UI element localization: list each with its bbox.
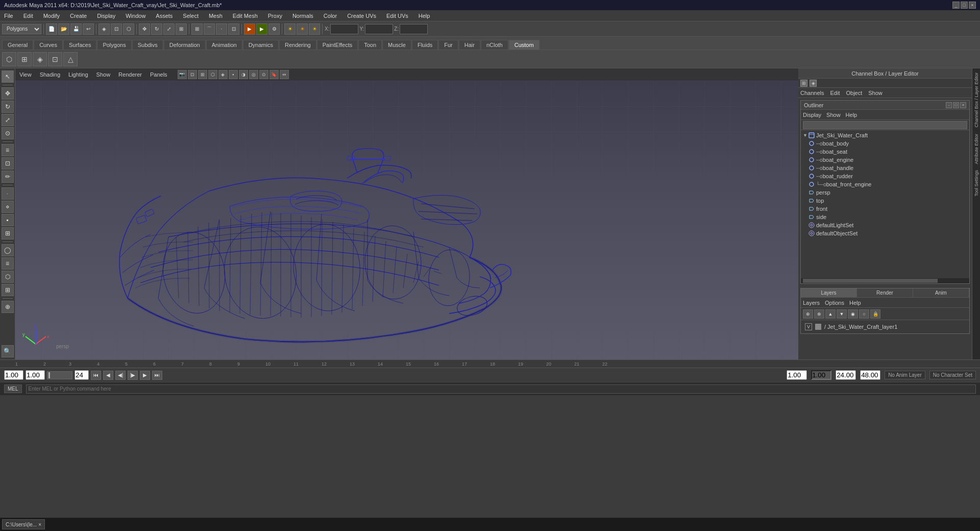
outliner-item-front-engine[interactable]: └─o boat_front_engine (802, 180, 968, 188)
layers-tab-render[interactable]: Render (857, 288, 913, 297)
vp-menu-lighting[interactable]: Lighting (66, 70, 90, 79)
move-tool-btn[interactable]: ✥ (139, 23, 150, 35)
outliner-item-objectset[interactable]: defaultObjectSet (802, 229, 968, 237)
layer-delete-btn[interactable]: ⊗ (814, 309, 824, 319)
outliner-search-input[interactable] (803, 121, 967, 129)
range-start-display[interactable] (787, 370, 807, 380)
menu-help[interactable]: Help (416, 12, 432, 20)
layers-menu-layers[interactable]: Layers (803, 300, 820, 306)
vp-icon-bookmark[interactable]: 🔖 (270, 70, 279, 79)
scale-tool-btn[interactable]: ⤢ (163, 23, 175, 35)
menu-mesh[interactable]: Mesh (207, 12, 225, 20)
quick-zoom-btn[interactable]: 🔍 (2, 345, 14, 357)
cb-menu-object[interactable]: Object (846, 90, 862, 96)
vp-icon-grid[interactable]: ⊞ (198, 70, 207, 79)
next-key-btn[interactable]: |▶ (128, 371, 138, 380)
vp-icon-flat[interactable]: ▪ (229, 70, 238, 79)
poly-face-btn[interactable]: ▪ (2, 214, 14, 226)
shelf-tab-fluids[interactable]: Fluids (412, 40, 438, 50)
shelf-tab-surfaces[interactable]: Surfaces (63, 40, 96, 50)
light2-btn[interactable]: ☀ (297, 23, 308, 35)
vp-menu-renderer[interactable]: Renderer (116, 70, 144, 79)
soft-select-btn[interactable]: ⊙ (2, 127, 14, 139)
select-tool-btn[interactable]: ◈ (99, 23, 110, 35)
shelf-icon-1[interactable]: ⬡ (2, 52, 16, 66)
render-btn[interactable]: ▶ (244, 23, 255, 35)
layer-show-all-btn[interactable]: ◉ (848, 309, 858, 319)
component-btn[interactable]: ⊡ (2, 157, 14, 170)
snap-curve-btn[interactable]: ⌒ (204, 23, 215, 35)
new-scene-btn[interactable]: 📄 (46, 23, 57, 35)
menu-color[interactable]: Color (322, 12, 339, 20)
end-frame-input[interactable] (75, 370, 89, 380)
menu-edit[interactable]: Edit (21, 12, 35, 20)
shelf-tab-muscle[interactable]: Muscle (382, 40, 411, 50)
open-scene-btn[interactable]: 📂 (58, 23, 69, 35)
paint-btn[interactable]: ✏ (2, 171, 14, 183)
current-frame-input[interactable] (26, 370, 45, 380)
vp-menu-view[interactable]: View (17, 70, 34, 79)
vp-icon-isolate[interactable]: ⊙ (259, 70, 268, 79)
shelf-tab-deformation[interactable]: Deformation (164, 40, 206, 50)
y-input[interactable] (365, 24, 393, 34)
outliner-menu-show[interactable]: Show (826, 112, 841, 118)
shelf-tab-polygons[interactable]: Polygons (97, 40, 131, 50)
menu-proxy[interactable]: Proxy (266, 12, 284, 20)
outliner-item-side[interactable]: side (802, 213, 968, 221)
shelf-icon-5[interactable]: △ (63, 52, 78, 66)
silhouette-btn[interactable]: ◯ (2, 244, 14, 256)
outliner-maximize[interactable]: □ (953, 102, 959, 108)
range-end-24[interactable] (836, 370, 856, 380)
light1-btn[interactable]: ☀ (284, 23, 296, 35)
vp-menu-shading[interactable]: Shading (38, 70, 62, 79)
vp-icon-smooth[interactable]: ◈ (218, 70, 228, 79)
vp-icon-arrows[interactable]: ⇔ (280, 70, 289, 79)
outliner-scrollbar-h[interactable] (801, 278, 969, 283)
render-settings-btn[interactable]: ⚙ (268, 23, 280, 35)
vp-icon-sel[interactable]: ⊡ (188, 70, 197, 79)
outliner-item-body[interactable]: ─o boat_body (802, 139, 968, 148)
history-btn[interactable]: ≡ (2, 144, 14, 156)
ipr-btn[interactable]: ▶ (256, 23, 267, 35)
universal-manip-btn[interactable]: ⊞ (176, 23, 187, 35)
cb-icon-2[interactable]: ◈ (810, 80, 817, 87)
minimize-button[interactable]: _ (952, 2, 960, 9)
outliner-item-top[interactable]: top (802, 197, 968, 205)
shelf-tab-ncloth[interactable]: nCloth (481, 40, 508, 50)
outliner-item-front[interactable]: front (802, 205, 968, 213)
go-to-end-btn[interactable]: ⏭ (152, 371, 162, 380)
poly-uvs-btn[interactable]: ⊞ (2, 227, 14, 239)
shelf-tab-hair[interactable]: Hair (459, 40, 480, 50)
poly-vert-btn[interactable]: · (2, 187, 14, 200)
shelf-tab-rendering[interactable]: Rendering (279, 40, 316, 50)
undo-btn[interactable]: ↩ (83, 23, 94, 35)
shelf-tab-toon[interactable]: Toon (358, 40, 382, 50)
timeline-range[interactable] (47, 371, 72, 379)
layer-lock-all-btn[interactable]: 🔒 (870, 309, 880, 319)
snap-grid-btn[interactable]: ⊞ (191, 23, 203, 35)
cb-menu-show[interactable]: Show (868, 90, 883, 96)
layers-tab-layers[interactable]: Layers (801, 288, 857, 297)
light3-btn[interactable]: ☀ (309, 23, 320, 35)
save-scene-btn[interactable]: 💾 (70, 23, 82, 35)
start-frame-input[interactable] (4, 370, 23, 380)
layers-menu-options[interactable]: Options (825, 300, 844, 306)
cb-menu-edit[interactable]: Edit (830, 90, 840, 96)
lasso-tool-btn[interactable]: ⊡ (111, 23, 122, 35)
layer-visibility[interactable]: V (805, 323, 812, 330)
shelf-icon-3[interactable]: ◈ (33, 52, 47, 66)
snap-view-btn[interactable]: ⊡ (228, 23, 239, 35)
layer-new-btn[interactable]: ⊕ (803, 309, 813, 319)
outliner-item-rudder[interactable]: ─o boat_rudder (802, 172, 968, 180)
edge-tab-attr[interactable]: Attribute Editor (973, 132, 980, 166)
vp-icon-wire[interactable]: ⬡ (208, 70, 217, 79)
shelf-tab-general[interactable]: General (2, 40, 33, 50)
outliner-menu-display[interactable]: Display (803, 112, 821, 118)
scale-left-btn[interactable]: ⤢ (2, 114, 14, 126)
taskbar-maya-close[interactable]: × (38, 522, 41, 527)
play-fwd-btn[interactable]: ▶ (140, 371, 150, 380)
outliner-close[interactable]: × (960, 102, 966, 108)
command-input[interactable] (26, 384, 976, 394)
expand-root[interactable]: ▼ (803, 133, 808, 138)
vp-menu-show[interactable]: Show (94, 70, 113, 79)
